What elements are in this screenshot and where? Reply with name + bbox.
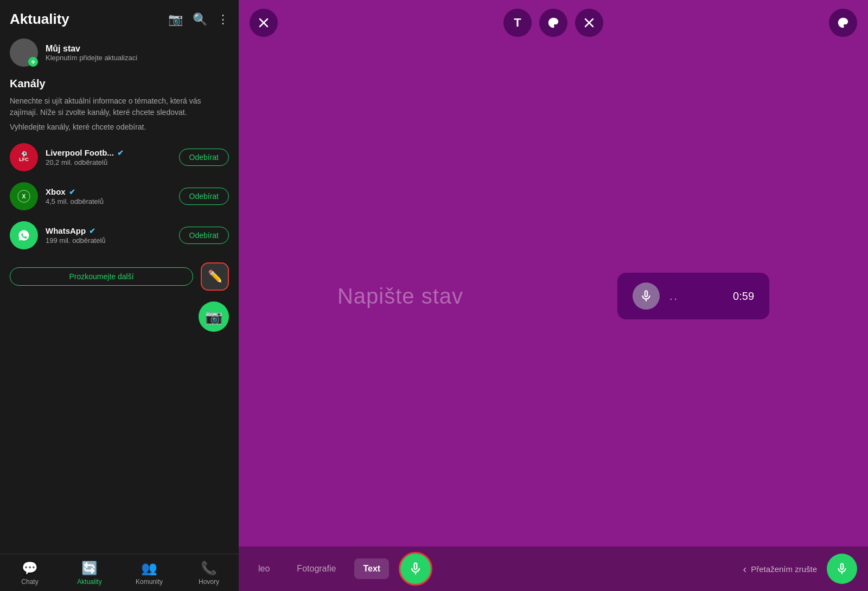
channel-avatar-whatsapp (10, 221, 38, 249)
page-title: Aktuality (10, 11, 161, 28)
camera-fab-button[interactable]: 📷 (199, 301, 229, 332)
channel-subs: 199 mil. odběratelů (46, 236, 171, 245)
explore-more-button[interactable]: Prozkoumejte další (10, 267, 193, 286)
voice-dots: .. (669, 290, 679, 303)
channel-info-whatsapp: WhatsApp ✔ 199 mil. odběratelů (46, 226, 171, 245)
channels-title: Kanály (0, 74, 239, 93)
voice-note-bubble: .. 0:59 (617, 273, 769, 319)
my-status[interactable]: + Můj stav Klepnutím přidejte aktualizac… (0, 33, 239, 74)
channel-name: Xbox ✔ (46, 187, 171, 196)
explore-row: Prozkoumejte další ✏️ (0, 255, 239, 298)
bottom-nav: 💬 Chaty 🔄 Aktuality 👥 Komunity 📞 Hovory (0, 554, 239, 591)
verified-icon: ✔ (89, 227, 95, 235)
my-status-subtitle: Klepnutím přidejte aktualizaci (46, 54, 137, 62)
list-item: X Xbox ✔ 4,5 mil. odběratelů Odebírat (0, 177, 239, 216)
list-item: WhatsApp ✔ 199 mil. odběratelů Odebírat (0, 216, 239, 255)
close-center-button[interactable] (575, 9, 603, 37)
subscribe-button-liverpool[interactable]: Odebírat (179, 149, 229, 166)
sidebar-item-komunity[interactable]: 👥 Komunity (119, 558, 179, 588)
channel-name: WhatsApp ✔ (46, 226, 171, 235)
text-button[interactable]: T (503, 9, 532, 37)
camera-icon[interactable]: 📷 (168, 12, 183, 27)
verified-icon: ✔ (117, 149, 124, 157)
channel-name: Liverpool Footb... ✔ (46, 148, 171, 157)
toolbar-right (829, 9, 857, 37)
channel-avatar-liverpool: ⚽LFC (10, 143, 38, 171)
more-icon[interactable]: ⋮ (217, 12, 229, 27)
channel-subs: 20,2 mil. odběratelů (46, 158, 171, 166)
tab-text[interactable]: Text (354, 558, 389, 579)
sidebar-item-hovory[interactable]: 📞 Hovory (179, 558, 239, 588)
nav-label-chaty: Chaty (21, 578, 38, 586)
channels-desc: Nenechte si ujít aktuální informace o té… (0, 93, 239, 123)
bottom-toolbar: leo Fotografie Text ‹ Přetažením zrušte (239, 547, 868, 591)
status-text-placeholder[interactable]: Napište stav (337, 284, 463, 309)
right-toolbar: T (239, 0, 868, 46)
sidebar-item-chaty[interactable]: 💬 Chaty (0, 558, 60, 588)
drag-cancel-area: ‹ Přetažením zrušte (743, 563, 817, 575)
nav-label-aktuality: Aktuality (77, 578, 101, 586)
palette-right-icon (837, 17, 849, 29)
text-icon: T (514, 16, 521, 30)
drag-cancel-label: Přetažením zrušte (751, 564, 817, 574)
send-mic-button[interactable] (827, 554, 857, 584)
subscribe-button-xbox[interactable]: Odebírat (179, 188, 229, 205)
tab-leo[interactable]: leo (250, 558, 278, 579)
add-status-icon[interactable]: + (28, 57, 38, 67)
channels-find: Vyhledejte kanály, které chcete odebírat… (0, 123, 239, 138)
right-panel: T Napište stav (239, 0, 868, 591)
header-icons: 📷 🔍 ⋮ (168, 12, 229, 27)
avatar-wrap: + (10, 38, 38, 67)
channel-info-liverpool: Liverpool Footb... ✔ 20,2 mil. odběratel… (46, 148, 171, 166)
my-status-text: Můj stav Klepnutím přidejte aktualizaci (46, 44, 137, 62)
verified-icon: ✔ (69, 188, 75, 196)
channel-list: ⚽LFC Liverpool Footb... ✔ 20,2 mil. odbě… (0, 138, 239, 554)
palette-right-button[interactable] (829, 9, 857, 37)
left-panel: Aktuality 📷 🔍 ⋮ + Můj stav Klepnutím při… (0, 0, 239, 591)
search-icon[interactable]: 🔍 (193, 12, 207, 27)
microphone-bottom-icon (408, 561, 423, 576)
palette-icon (547, 17, 559, 29)
aktuality-icon: 🔄 (81, 561, 98, 576)
channel-info-xbox: Xbox ✔ 4,5 mil. odběratelů (46, 187, 171, 205)
community-icon: 👥 (141, 561, 157, 576)
left-header: Aktuality 📷 🔍 ⋮ (0, 0, 239, 33)
calls-icon: 📞 (201, 561, 217, 576)
my-status-title: Můj stav (46, 44, 137, 54)
mic-record-button[interactable] (399, 552, 432, 586)
tab-fotografie[interactable]: Fotografie (288, 558, 344, 579)
svg-text:X: X (22, 194, 26, 200)
voice-avatar (633, 282, 660, 310)
canvas-area: Napište stav .. 0:59 (239, 46, 868, 547)
chevron-left-icon: ‹ (743, 563, 747, 575)
subscribe-button-whatsapp[interactable]: Odebírat (179, 227, 229, 244)
x-icon (258, 17, 269, 28)
chat-icon: 💬 (22, 561, 38, 576)
nav-label-komunity: Komunity (136, 578, 163, 586)
whatsapp-logo-icon (15, 227, 33, 244)
toolbar-center: T (503, 9, 603, 37)
camera-fab-wrap: 📷 (0, 298, 239, 337)
channel-avatar-xbox: X (10, 182, 38, 210)
toolbar-left (250, 9, 278, 37)
microphone-icon (639, 289, 653, 303)
nav-label-hovory: Hovory (199, 578, 219, 586)
voice-timer: 0:59 (733, 290, 754, 303)
list-item: ⚽LFC Liverpool Footb... ✔ 20,2 mil. odbě… (0, 138, 239, 177)
channel-subs: 4,5 mil. odběratelů (46, 197, 171, 205)
close-center-icon (584, 17, 595, 28)
pencil-fab-button[interactable]: ✏️ (201, 262, 229, 291)
palette-button[interactable] (539, 9, 567, 37)
sidebar-item-aktuality[interactable]: 🔄 Aktuality (60, 558, 119, 588)
send-mic-icon (835, 562, 849, 576)
close-left-button[interactable] (250, 9, 278, 37)
xbox-logo-icon: X (15, 188, 33, 205)
